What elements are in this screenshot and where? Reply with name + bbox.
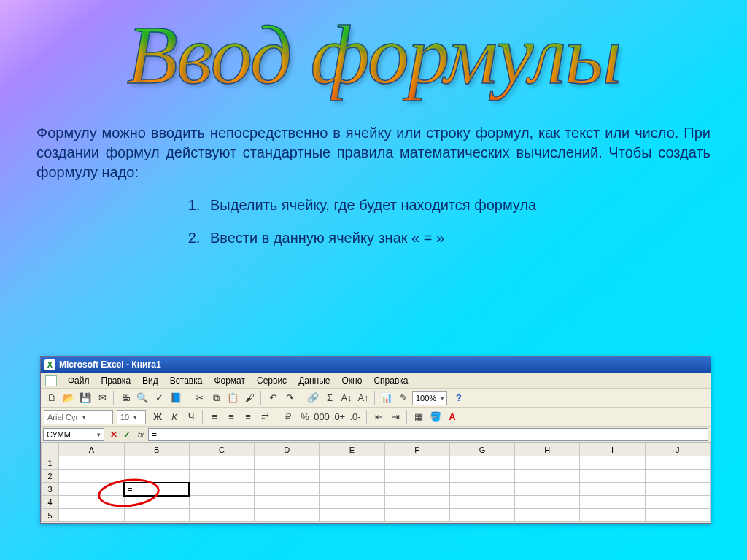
fx-icon[interactable]: fx <box>133 430 148 439</box>
row-header[interactable]: 3 <box>42 483 59 496</box>
step-item: Выделить ячейку, где будет находится фор… <box>204 197 711 214</box>
font-color-icon[interactable]: A <box>444 409 460 425</box>
copy-icon[interactable]: ⧉ <box>208 390 224 406</box>
formatting-toolbar: Arial Cyr 10 Ж К Ч ≡ ≡ ≡ ⥂ ₽ % 000 .0+ .… <box>41 408 711 427</box>
menu-insert[interactable]: Вставка <box>165 374 208 387</box>
menu-format[interactable]: Формат <box>209 374 250 387</box>
paste-icon[interactable]: 📋 <box>225 390 241 406</box>
dec-indent-icon[interactable]: ⇤ <box>371 409 387 425</box>
col-header[interactable]: I <box>580 443 645 456</box>
menu-edit[interactable]: Правка <box>96 374 136 387</box>
col-header[interactable]: G <box>449 443 514 456</box>
cut-icon[interactable]: ✂ <box>191 390 207 406</box>
fill-color-icon[interactable]: 🪣 <box>427 409 444 425</box>
sort-desc-icon[interactable]: A↑ <box>355 390 371 406</box>
spreadsheet-grid[interactable]: A B C D E F G H I J 1 2 3= 4 5 <box>41 443 711 522</box>
step-item: Ввести в данную ячейку знак « = » <box>204 230 711 246</box>
underline-button[interactable]: Ч <box>183 409 199 425</box>
standard-toolbar: 🗋 📂 💾 ✉ 🖶 🔍 ✓ 📘 ✂ ⧉ 📋 🖌 ↶ ↷ 🔗 Σ A↓ A↑ 📊 … <box>41 389 711 408</box>
zoom-select[interactable]: 100% <box>412 391 447 405</box>
inc-decimal-icon[interactable]: .0+ <box>330 409 347 425</box>
borders-icon[interactable]: ▦ <box>411 409 427 425</box>
excel-app-icon: X <box>44 359 55 370</box>
col-header[interactable]: B <box>124 443 189 456</box>
formula-bar: СУММ ✕ ✓ fx = <box>41 427 711 443</box>
menubar: Файл Правка Вид Вставка Формат Сервис Да… <box>41 373 711 389</box>
research-icon[interactable]: 📘 <box>168 390 184 406</box>
excel-window: X Microsoft Excel - Книга1 Файл Правка В… <box>40 356 711 524</box>
row-header[interactable]: 1 <box>42 456 59 470</box>
menu-file[interactable]: Файл <box>63 374 95 387</box>
open-icon[interactable]: 📂 <box>61 390 77 406</box>
save-icon[interactable]: 💾 <box>77 390 93 406</box>
active-cell[interactable]: = <box>124 483 189 496</box>
col-header[interactable]: C <box>189 443 254 456</box>
align-right-icon[interactable]: ≡ <box>240 409 256 425</box>
redo-icon[interactable]: ↷ <box>282 390 298 406</box>
mail-icon[interactable]: ✉ <box>94 390 110 406</box>
col-header[interactable]: H <box>515 443 580 456</box>
help-icon[interactable]: ? <box>451 390 467 406</box>
col-header[interactable]: E <box>320 443 384 456</box>
sort-asc-icon[interactable]: A↓ <box>338 390 355 406</box>
align-center-icon[interactable]: ≡ <box>223 409 239 425</box>
window-title-text: Microsoft Excel - Книга1 <box>59 359 161 370</box>
font-size-select[interactable]: 10 <box>117 410 146 424</box>
new-icon[interactable]: 🗋 <box>44 390 60 406</box>
currency-icon[interactable]: ₽ <box>280 409 296 425</box>
intro-paragraph: Формулу можно вводить непосредственно в … <box>36 123 711 182</box>
autosum-icon[interactable]: Σ <box>322 390 338 406</box>
row-header[interactable]: 4 <box>42 496 59 509</box>
menu-help[interactable]: Справка <box>368 374 413 387</box>
spellcheck-icon[interactable]: ✓ <box>151 390 167 406</box>
menu-window[interactable]: Окно <box>336 374 367 387</box>
row-header[interactable]: 2 <box>42 470 59 483</box>
inc-indent-icon[interactable]: ⇥ <box>387 409 403 425</box>
comma-icon[interactable]: 000 <box>314 409 330 425</box>
drawing-icon[interactable]: ✎ <box>395 390 411 406</box>
italic-button[interactable]: К <box>166 409 182 425</box>
preview-icon[interactable]: 🔍 <box>134 390 150 406</box>
chart-icon[interactable]: 📊 <box>379 390 395 406</box>
format-painter-icon[interactable]: 🖌 <box>241 390 258 406</box>
slide-title: Ввод формулы <box>0 0 747 101</box>
steps-list: Выделить ячейку, где будет находится фор… <box>204 197 711 246</box>
cancel-icon[interactable]: ✕ <box>107 429 120 440</box>
align-left-icon[interactable]: ≡ <box>206 409 222 425</box>
percent-icon[interactable]: % <box>297 409 313 425</box>
print-icon[interactable]: 🖶 <box>117 390 133 406</box>
formula-input[interactable]: = <box>148 428 708 441</box>
menu-tools[interactable]: Сервис <box>252 374 292 387</box>
select-all-corner[interactable] <box>42 443 59 456</box>
hyperlink-icon[interactable]: 🔗 <box>305 390 321 406</box>
dec-decimal-icon[interactable]: .0- <box>347 409 363 425</box>
menu-view[interactable]: Вид <box>137 374 163 387</box>
doc-icon <box>45 375 57 386</box>
col-header[interactable]: F <box>384 443 449 456</box>
merge-icon[interactable]: ⥂ <box>257 409 273 425</box>
font-name-select[interactable]: Arial Cyr <box>44 410 113 424</box>
col-header[interactable]: A <box>59 443 124 456</box>
titlebar: X Microsoft Excel - Книга1 <box>41 357 711 373</box>
menu-data[interactable]: Данные <box>293 374 335 387</box>
name-box[interactable]: СУММ <box>43 428 104 441</box>
row-header[interactable]: 5 <box>42 509 59 522</box>
enter-icon[interactable]: ✓ <box>120 429 133 440</box>
col-header[interactable]: J <box>645 443 710 456</box>
col-header[interactable]: D <box>255 443 320 456</box>
bold-button[interactable]: Ж <box>150 409 166 425</box>
undo-icon[interactable]: ↶ <box>265 390 281 406</box>
